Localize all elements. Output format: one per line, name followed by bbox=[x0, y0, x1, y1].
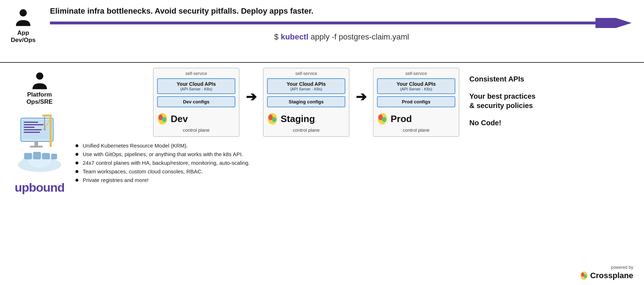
svg-rect-23 bbox=[42, 153, 50, 159]
bullet-text-5: Private registries and more! bbox=[83, 177, 148, 183]
crossplane-row: Crossplane bbox=[580, 271, 633, 281]
prod-control-plane: control plane bbox=[377, 127, 455, 133]
svg-rect-6 bbox=[24, 122, 38, 123]
svg-rect-21 bbox=[24, 153, 32, 159]
prod-env-bottom: Prod bbox=[377, 111, 455, 125]
bullet-text-4: Team workspaces, custom cloud consoles, … bbox=[83, 168, 203, 174]
dev-configs-label: Dev configs bbox=[161, 99, 232, 104]
middle-section: self-service Your Cloud APIs (API Server… bbox=[68, 68, 633, 281]
staging-env-name: Staging bbox=[281, 113, 315, 125]
bullets-section: Unified Kubernetes Resource Model (KRM).… bbox=[72, 142, 630, 186]
svg-rect-8 bbox=[24, 127, 34, 128]
svg-rect-14 bbox=[42, 115, 52, 117]
upbound-logo: upbound bbox=[15, 181, 64, 195]
left-side: PlatformOps/SRE bbox=[11, 68, 68, 281]
staging-env-box: self-service Your Cloud APIs (API Server… bbox=[263, 68, 349, 137]
person-icon-platform bbox=[30, 71, 50, 91]
devops-role-label: AppDev/Ops bbox=[11, 29, 36, 44]
bullet-text-1: Unified Kubernetes Resource Model (KRM). bbox=[83, 142, 188, 149]
dev-control-plane: control plane bbox=[157, 127, 235, 133]
app-devops-area: AppDev/Ops bbox=[11, 8, 36, 44]
dev-env-box: self-service Your Cloud APIs (API Server… bbox=[153, 68, 239, 137]
crossplane-popsicle-icon bbox=[580, 271, 588, 281]
arrow-svg bbox=[50, 18, 633, 28]
dev-popsicle-icon bbox=[157, 112, 168, 125]
staging-popsicle-icon bbox=[267, 112, 278, 125]
crossplane-logo-area: powered by Crossplane bbox=[580, 265, 633, 281]
svg-point-32 bbox=[272, 117, 276, 122]
top-section: AppDev/Ops Eliminate infra bottlenecks. … bbox=[0, 0, 644, 63]
staging-cloud-apis-sub: (API Server - K8s) bbox=[271, 87, 342, 91]
svg-rect-22 bbox=[33, 152, 41, 159]
prod-env-box: self-service Your Cloud APIs (API Server… bbox=[373, 68, 459, 137]
staging-configs-label: Staging configs bbox=[271, 99, 342, 104]
bullet-item-4: Team workspaces, custom cloud consoles, … bbox=[75, 168, 630, 174]
svg-point-28 bbox=[162, 117, 166, 122]
crossplane-text: Crossplane bbox=[590, 271, 633, 280]
prod-configs-label: Prod configs bbox=[381, 99, 452, 104]
staging-env-bottom: Staging bbox=[267, 111, 345, 125]
environments-row: self-service Your Cloud APIs (API Server… bbox=[72, 68, 630, 137]
dev-env-bottom: Dev bbox=[157, 111, 235, 125]
svg-point-3 bbox=[36, 73, 43, 80]
top-right-area: Eliminate infra bottlenecks. Avoid secur… bbox=[43, 6, 633, 42]
dev-configs-box: Dev configs bbox=[157, 96, 235, 107]
prod-self-service: self-service bbox=[377, 71, 455, 76]
staging-cloud-apis-box: Your Cloud APIs (API Server - K8s) bbox=[267, 78, 345, 94]
arrow-dev-staging: ➔ bbox=[246, 68, 257, 104]
kubectl-command-line: $ kubectl apply -f postgres-claim.yaml bbox=[50, 32, 633, 42]
svg-point-40 bbox=[584, 274, 587, 278]
bullet-dot-5 bbox=[75, 179, 78, 182]
svg-rect-11 bbox=[34, 141, 38, 146]
svg-rect-10 bbox=[24, 132, 40, 133]
command-prefix: $ bbox=[274, 32, 281, 41]
arrow-staging-prod: ➔ bbox=[356, 68, 367, 104]
no-code-label: No Code! bbox=[469, 118, 548, 127]
bullet-item-1: Unified Kubernetes Resource Model (KRM). bbox=[75, 142, 630, 149]
bullet-dot-2 bbox=[75, 153, 78, 156]
svg-rect-12 bbox=[30, 146, 43, 148]
bullet-item-5: Private registries and more! bbox=[75, 177, 630, 183]
bullet-text-2: Use with GitOps, pipelines, or anything … bbox=[83, 151, 243, 157]
bullet-text-3: 24x7 control planes with HA, backup/rest… bbox=[83, 160, 250, 166]
bullet-dot-4 bbox=[75, 170, 78, 173]
prod-popsicle-icon bbox=[377, 112, 388, 125]
headline-text: Eliminate infra bottlenecks. Avoid secur… bbox=[50, 6, 633, 16]
svg-point-0 bbox=[19, 9, 27, 17]
kubectl-keyword: kubectl bbox=[281, 32, 308, 41]
bullet-dot-1 bbox=[75, 144, 78, 147]
bullet-item-2: Use with GitOps, pipelines, or anything … bbox=[75, 151, 630, 157]
dev-cloud-apis-box: Your Cloud APIs (API Server - K8s) bbox=[157, 78, 235, 94]
dev-self-service: self-service bbox=[157, 71, 235, 76]
dev-cloud-apis-title: Your Cloud APIs bbox=[161, 81, 232, 87]
svg-rect-7 bbox=[24, 124, 43, 125]
bullet-item-3: 24x7 control planes with HA, backup/rest… bbox=[75, 160, 630, 166]
dev-env-name: Dev bbox=[171, 113, 188, 125]
person-icon-devops bbox=[13, 8, 33, 28]
consistent-apis-label: Consistent APIs bbox=[469, 74, 548, 84]
staging-self-service: self-service bbox=[267, 71, 345, 76]
staging-cloud-apis-title: Your Cloud APIs bbox=[271, 81, 342, 87]
command-rest: apply -f postgres-claim.yaml bbox=[308, 32, 409, 41]
powered-by-text: powered by bbox=[611, 265, 633, 270]
platform-role-label: PlatformOps/SRE bbox=[27, 91, 53, 106]
headline-row: Eliminate infra bottlenecks. Avoid secur… bbox=[50, 6, 633, 16]
bullet-dot-3 bbox=[75, 162, 78, 164]
dev-cloud-apis-sub: (API Server - K8s) bbox=[161, 87, 232, 91]
prod-cloud-apis-sub: (API Server - K8s) bbox=[381, 87, 452, 91]
right-labels-area: Consistent APIs Your best practices& sec… bbox=[466, 68, 548, 135]
best-practices-label: Your best practices& security policies bbox=[469, 92, 548, 110]
svg-rect-9 bbox=[24, 129, 42, 130]
svg-point-36 bbox=[382, 117, 386, 122]
staging-control-plane: control plane bbox=[267, 127, 345, 133]
staging-configs-box: Staging configs bbox=[267, 96, 345, 107]
prod-cloud-apis-title: Your Cloud APIs bbox=[381, 81, 452, 87]
prod-env-name: Prod bbox=[391, 113, 412, 125]
bottom-section: PlatformOps/SRE bbox=[0, 63, 644, 285]
prod-configs-box: Prod configs bbox=[377, 96, 455, 107]
infra-illustration bbox=[14, 111, 66, 176]
svg-rect-24 bbox=[51, 154, 57, 159]
prod-cloud-apis-box: Your Cloud APIs (API Server - K8s) bbox=[377, 78, 455, 94]
